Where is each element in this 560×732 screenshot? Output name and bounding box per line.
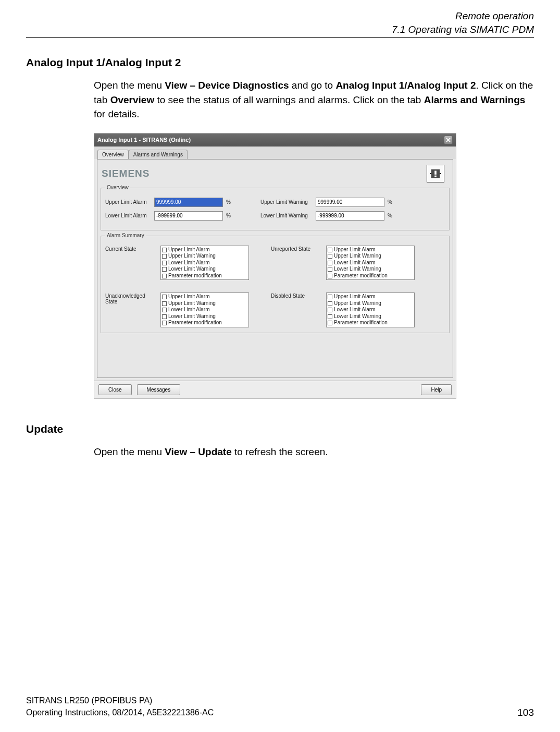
checkbox-icon[interactable]: [328, 308, 332, 312]
messages-button[interactable]: Messages: [137, 384, 181, 395]
svg-rect-2: [434, 176, 437, 177]
lower-limit-alarm-label: Lower Limit Alarm: [105, 213, 151, 218]
checklist-item-label: Lower Limit Alarm: [334, 260, 375, 266]
text: to refresh the screen.: [232, 446, 328, 457]
section-heading-update: Update: [26, 423, 534, 435]
checklist-item[interactable]: Parameter modification: [328, 273, 413, 279]
upper-limit-warning-input[interactable]: [316, 198, 384, 207]
checklist-item[interactable]: Upper Limit Warning: [162, 300, 247, 307]
tab-alarms-warnings[interactable]: Alarms and Warnings: [129, 150, 188, 159]
checklist-item[interactable]: Upper Limit Warning: [328, 253, 413, 260]
tab-strip: Overview Alarms and Warnings: [94, 147, 456, 159]
checklist-item[interactable]: Lower Limit Alarm: [162, 260, 247, 266]
footer-docinfo: Operating Instructions, 08/2014, A5E3222…: [26, 707, 214, 718]
checklist-item[interactable]: Parameter modification: [162, 320, 247, 326]
checkbox-icon[interactable]: [328, 314, 332, 319]
text: for details.: [94, 108, 140, 119]
bold: View – Update: [165, 446, 231, 457]
overview-row-1: Upper Limit Alarm % Upper Limit Warning …: [105, 198, 445, 207]
checklist-item-label: Upper Limit Alarm: [168, 294, 209, 300]
siemens-logo: SIEMENS: [102, 168, 150, 179]
overview-fieldset: Overview Upper Limit Alarm % Upper Limit…: [101, 188, 450, 230]
bold: Analog Input 1/Analog Input 2: [335, 80, 476, 91]
checkbox-icon[interactable]: [162, 308, 167, 312]
checklist-item-label: Lower Limit Alarm: [168, 260, 209, 266]
section1-paragraph: Open the menu View – Device Diagnostics …: [94, 78, 534, 121]
checklist-item[interactable]: Upper Limit Alarm: [162, 247, 247, 253]
unreported-state-list[interactable]: Upper Limit AlarmUpper Limit WarningLowe…: [326, 246, 415, 280]
page-footer: SITRANS LR250 (PROFIBUS PA) Operating In…: [26, 695, 534, 718]
checkbox-icon[interactable]: [162, 301, 167, 306]
text: Open the menu: [94, 446, 165, 457]
unacknowledged-state-list[interactable]: Upper Limit AlarmUpper Limit WarningLowe…: [160, 292, 249, 327]
checklist-item[interactable]: Lower Limit Warning: [162, 266, 247, 273]
current-state-list[interactable]: Upper Limit AlarmUpper Limit WarningLowe…: [160, 246, 249, 280]
checklist-item-label: Parameter modification: [334, 273, 388, 279]
unit-percent: %: [388, 213, 397, 218]
checkbox-icon[interactable]: [328, 321, 332, 325]
bold: Overview: [110, 94, 155, 105]
lower-limit-alarm-input[interactable]: [154, 211, 223, 221]
dialog-titlebar[interactable]: Analog Input 1 - SITRANS (Online): [94, 133, 456, 147]
checkbox-icon[interactable]: [162, 248, 167, 252]
upper-limit-alarm-input[interactable]: [154, 198, 223, 207]
checklist-item[interactable]: Parameter modification: [328, 320, 413, 326]
help-button[interactable]: Help: [421, 384, 452, 395]
dialog-analog-input: Analog Input 1 - SITRANS (Online) Overvi…: [94, 133, 456, 399]
header-line-2: 7.1 Operating via SIMATIC PDM: [26, 23, 534, 36]
checkbox-icon[interactable]: [328, 248, 332, 252]
checkbox-icon[interactable]: [328, 295, 332, 299]
alarm-status-icon: [427, 165, 444, 182]
checklist-item-label: Lower Limit Warning: [168, 313, 216, 320]
checkbox-icon[interactable]: [162, 254, 167, 259]
header-block: Remote operation 7.1 Operating via SIMAT…: [26, 9, 534, 36]
checkbox-icon[interactable]: [162, 295, 167, 299]
lower-limit-warning-label: Lower Limit Warning: [260, 213, 313, 218]
checklist-item[interactable]: Lower Limit Warning: [328, 313, 413, 320]
checklist-item[interactable]: Lower Limit Alarm: [328, 260, 413, 266]
unit-percent: %: [388, 199, 397, 205]
header-rule: [26, 37, 534, 38]
checkbox-icon[interactable]: [162, 261, 167, 265]
checklist-item-label: Lower Limit Warning: [334, 266, 381, 273]
checkbox-icon[interactable]: [162, 321, 167, 325]
tab-panel-overview: SIEMENS Overview Upper Limit Alarm % Upp…: [97, 159, 453, 378]
overview-legend: Overview: [105, 185, 130, 190]
checkbox-icon[interactable]: [328, 254, 332, 259]
checklist-item[interactable]: Lower Limit Warning: [328, 266, 413, 273]
upper-limit-alarm-label: Upper Limit Alarm: [105, 199, 151, 205]
current-state-label: Current State: [105, 246, 157, 280]
close-button[interactable]: [444, 136, 453, 144]
checkbox-icon[interactable]: [328, 261, 332, 265]
checklist-item[interactable]: Lower Limit Alarm: [162, 307, 247, 313]
checklist-item[interactable]: Upper Limit Alarm: [328, 294, 413, 300]
svg-rect-1: [434, 170, 437, 174]
checklist-item-label: Parameter modification: [168, 273, 222, 279]
checklist-item[interactable]: Lower Limit Alarm: [328, 307, 413, 313]
unit-percent: %: [226, 199, 235, 205]
checklist-item[interactable]: Upper Limit Alarm: [328, 247, 413, 253]
checkbox-icon[interactable]: [328, 301, 332, 306]
checkbox-icon[interactable]: [328, 267, 332, 272]
header-line-1: Remote operation: [26, 9, 534, 23]
checklist-item[interactable]: Upper Limit Warning: [162, 253, 247, 260]
checklist-item[interactable]: Parameter modification: [162, 273, 247, 279]
disabled-state-list[interactable]: Upper Limit AlarmUpper Limit WarningLowe…: [326, 292, 415, 327]
checklist-item[interactable]: Upper Limit Alarm: [162, 294, 247, 300]
text: Open the menu: [94, 80, 165, 91]
checklist-item-label: Upper Limit Warning: [334, 300, 381, 307]
close-icon: [446, 138, 451, 142]
unreported-state-label: Unreported State: [271, 246, 323, 280]
bold: View – Device Diagnostics: [165, 80, 289, 91]
checkbox-icon[interactable]: [328, 274, 332, 278]
checklist-item[interactable]: Lower Limit Warning: [162, 313, 247, 320]
page-number: 103: [517, 707, 534, 718]
tab-overview[interactable]: Overview: [97, 150, 129, 159]
checkbox-icon[interactable]: [162, 267, 167, 272]
checkbox-icon[interactable]: [162, 274, 167, 278]
checklist-item[interactable]: Upper Limit Warning: [328, 300, 413, 307]
checklist-item-label: Lower Limit Warning: [168, 266, 216, 273]
close-button[interactable]: Close: [98, 384, 132, 395]
lower-limit-warning-input[interactable]: [316, 211, 384, 221]
checkbox-icon[interactable]: [162, 314, 167, 319]
